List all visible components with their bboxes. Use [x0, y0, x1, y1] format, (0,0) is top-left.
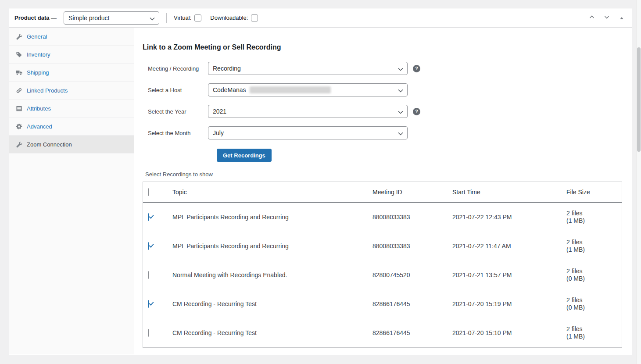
- file-size-cell: 2 files (0 MB): [566, 268, 622, 282]
- product-type-value: Simple product: [68, 14, 109, 21]
- sidebar-item-label: Shipping: [27, 69, 49, 76]
- virtual-checkbox[interactable]: [194, 14, 201, 21]
- sidebar-item-inventory[interactable]: Inventory: [9, 46, 134, 64]
- month-select[interactable]: July: [208, 126, 408, 139]
- sidebar-item-zoom-connection[interactable]: Zoom Connection: [9, 136, 134, 153]
- file-count: 2 files: [566, 268, 622, 275]
- downloadable-option: Downloadable:: [210, 14, 258, 21]
- table-row: CM Recording - Recurring Test 8286617644…: [143, 289, 622, 318]
- file-size: (0 MB): [566, 304, 622, 311]
- virtual-option: Virtual:: [174, 14, 201, 21]
- product-data-tabs: General Inventory Shipping Linked Produc…: [9, 28, 134, 354]
- meeting-id-cell: 82866176445: [372, 329, 452, 336]
- meeting-recording-select[interactable]: Recording: [208, 62, 408, 75]
- downloadable-checkbox[interactable]: [251, 14, 258, 21]
- list-icon: [16, 105, 22, 112]
- link-icon: [16, 87, 22, 94]
- table-row: MPL Participants Recording and Recurring…: [143, 203, 622, 232]
- toggle-panel-button[interactable]: [617, 13, 627, 23]
- file-size-cell: 2 files (1 MB): [566, 325, 622, 340]
- file-count: 2 files: [566, 239, 622, 246]
- sidebar-item-advanced[interactable]: Advanced: [9, 118, 134, 136]
- move-up-button[interactable]: [587, 13, 597, 23]
- topic-cell: MPL Participants Recording and Recurring: [172, 243, 372, 250]
- sidebar-item-general[interactable]: General: [9, 28, 134, 46]
- chevron-down-icon: [398, 87, 403, 94]
- tag-icon: [16, 51, 22, 58]
- downloadable-label: Downloadable:: [210, 14, 248, 21]
- year-select[interactable]: 2021: [208, 105, 408, 118]
- chevron-down-icon: [398, 130, 403, 137]
- select-all-checkbox[interactable]: [148, 188, 149, 196]
- row-checkbox[interactable]: [148, 271, 149, 279]
- sidebar-item-linked-products[interactable]: Linked Products: [9, 82, 134, 100]
- sidebar-item-attributes[interactable]: Attributes: [9, 100, 134, 118]
- help-icon[interactable]: [413, 65, 420, 72]
- chevron-up-icon: [588, 14, 595, 22]
- topic-cell: CM Recording - Recurring Test: [172, 329, 372, 336]
- metabox-header: Product data — Simple product Virtual: D…: [9, 8, 632, 28]
- recordings-table: Topic Meeting ID Start Time File Size MP…: [143, 182, 622, 348]
- product-type-select[interactable]: Simple product: [64, 11, 159, 25]
- topic-cell: MPL Participants Recording and Recurring: [172, 214, 372, 221]
- field-year: Select the Year 2021: [143, 105, 632, 118]
- sidebar-item-label: Advanced: [27, 123, 52, 130]
- field-month: Select the Month July: [143, 126, 632, 139]
- meeting-id-cell: 88008033383: [372, 214, 452, 221]
- table-row: Normal Meeting with Recordings Enabled. …: [143, 261, 622, 289]
- host-select[interactable]: CodeManas: [208, 83, 408, 96]
- file-count: 2 files: [566, 296, 622, 304]
- start-time-cell: 2021-07-20 15:10 PM: [452, 329, 566, 336]
- meeting-id-cell: 82866176445: [372, 300, 452, 307]
- file-size-cell: 2 files (1 MB): [566, 210, 622, 225]
- triangle-up-icon: [619, 14, 624, 21]
- topic-column-header: Topic: [172, 189, 372, 196]
- file-size-cell: 2 files (0 MB): [566, 296, 622, 311]
- start-time-cell: 2021-07-22 12:43 PM: [452, 214, 566, 221]
- host-value: CodeManas: [213, 86, 246, 93]
- sidebar-item-label: Zoom Connection: [27, 141, 72, 148]
- year-label: Select the Year: [143, 108, 208, 115]
- help-icon[interactable]: [413, 108, 420, 115]
- meeting-id-cell: 88008033383: [372, 243, 452, 250]
- file-count: 2 files: [566, 325, 622, 333]
- sidebar-item-label: Inventory: [27, 51, 50, 58]
- table-row: MPL Participants Recording and Recurring…: [143, 232, 622, 261]
- row-checkbox[interactable]: [148, 329, 149, 337]
- start-time-column-header: Start Time: [452, 189, 566, 196]
- chevron-down-icon: [603, 14, 610, 22]
- chevron-down-icon: [150, 15, 155, 22]
- file-size: (1 MB): [566, 246, 622, 253]
- host-label: Select a Host: [143, 87, 208, 93]
- page-scrollbar-thumb[interactable]: [637, 47, 641, 152]
- file-size: (1 MB): [566, 333, 622, 340]
- topic-cell: CM Recording - Recurring Test: [172, 300, 372, 307]
- topic-cell: Normal Meeting with Recordings Enabled.: [172, 271, 372, 278]
- file-size-column-header: File Size: [566, 189, 622, 196]
- metabox-controls: [587, 13, 627, 23]
- start-time-cell: 2021-07-21 13:57 PM: [452, 271, 566, 278]
- sidebar-item-shipping[interactable]: Shipping: [9, 64, 134, 82]
- product-data-metabox: Product data — Simple product Virtual: D…: [9, 8, 632, 355]
- recordings-table-caption: Select Recordings to show: [145, 171, 632, 178]
- zoom-connection-panel: Link to a Zoom Meeting or Sell Recording…: [134, 28, 632, 354]
- truck-icon: [16, 69, 22, 76]
- month-label: Select the Month: [143, 130, 208, 136]
- year-value: 2021: [213, 108, 226, 115]
- redacted-host-text: [250, 86, 331, 93]
- page-scrollbar-track[interactable]: [637, 0, 641, 364]
- file-size-cell: 2 files (1 MB): [566, 239, 622, 253]
- wrench-icon: [16, 141, 22, 148]
- row-checkbox[interactable]: [148, 300, 149, 308]
- file-size: (1 MB): [566, 217, 622, 225]
- chevron-down-icon: [398, 65, 403, 72]
- row-checkbox[interactable]: [148, 213, 149, 221]
- meeting-recording-label: Meeting / Recording: [143, 65, 208, 72]
- meeting-id-column-header: Meeting ID: [372, 189, 452, 196]
- sidebar-item-label: General: [27, 33, 47, 40]
- recordings-table-header: Topic Meeting ID Start Time File Size: [143, 182, 622, 203]
- row-checkbox[interactable]: [148, 242, 149, 250]
- move-down-button[interactable]: [602, 13, 612, 23]
- virtual-label: Virtual:: [174, 14, 191, 21]
- get-recordings-button[interactable]: Get Recordings: [217, 149, 272, 162]
